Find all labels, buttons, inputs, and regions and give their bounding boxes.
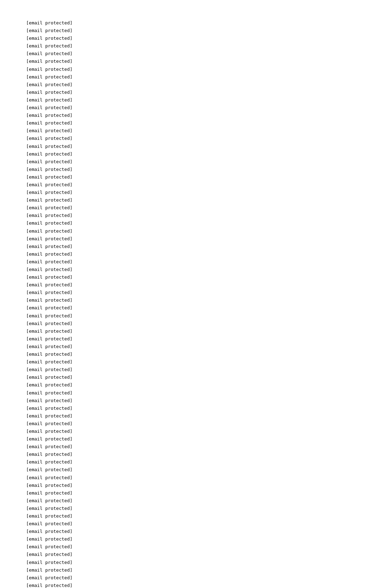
- email-item: [email protected]: [26, 81, 370, 89]
- email-item: [email protected]: [26, 19, 370, 27]
- email-item: [email protected]: [26, 458, 370, 466]
- email-item: [email protected]: [26, 281, 370, 289]
- email-item: [email protected]: [26, 181, 370, 189]
- email-item: [email protected]: [26, 104, 370, 112]
- email-item: [email protected]: [26, 551, 370, 558]
- email-item: [email protected]: [26, 512, 370, 520]
- email-item: [email protected]: [26, 158, 370, 166]
- email-item: [email protected]: [26, 27, 370, 35]
- email-item: [email protected]: [26, 189, 370, 196]
- email-item: [email protected]: [26, 466, 370, 474]
- email-item: [email protected]: [26, 127, 370, 135]
- email-list-container: [email protected][email protected][email…: [0, 0, 370, 588]
- email-item: [email protected]: [26, 397, 370, 405]
- email-item: [email protected]: [26, 327, 370, 335]
- email-item: [email protected]: [26, 112, 370, 119]
- email-item: [email protected]: [26, 219, 370, 227]
- email-item: [email protected]: [26, 204, 370, 212]
- email-item: [email protected]: [26, 66, 370, 73]
- email-item: [email protected]: [26, 312, 370, 320]
- email-item: [email protected]: [26, 243, 370, 250]
- email-item: [email protected]: [26, 289, 370, 296]
- email-item: [email protected]: [26, 435, 370, 443]
- email-item: [email protected]: [26, 543, 370, 551]
- email-item: [email protected]: [26, 304, 370, 312]
- email-item: [email protected]: [26, 520, 370, 528]
- email-item: [email protected]: [26, 335, 370, 343]
- email-item: [email protected]: [26, 474, 370, 482]
- email-item: [email protected]: [26, 166, 370, 173]
- email-item: [email protected]: [26, 350, 370, 358]
- email-item: [email protected]: [26, 489, 370, 497]
- email-item: [email protected]: [26, 428, 370, 435]
- email-item: [email protected]: [26, 420, 370, 428]
- email-item: [email protected]: [26, 135, 370, 142]
- email-item: [email protected]: [26, 212, 370, 219]
- email-item: [email protected]: [26, 528, 370, 535]
- email-item: [email protected]: [26, 343, 370, 350]
- email-item: [email protected]: [26, 227, 370, 235]
- email-item: [email protected]: [26, 574, 370, 582]
- email-item: [email protected]: [26, 35, 370, 42]
- email-item: [email protected]: [26, 143, 370, 150]
- email-item: [email protected]: [26, 389, 370, 397]
- email-item: [email protected]: [26, 96, 370, 104]
- email-item: [email protected]: [26, 535, 370, 543]
- email-item: [email protected]: [26, 196, 370, 204]
- email-item: [email protected]: [26, 150, 370, 158]
- email-item: [email protected]: [26, 266, 370, 273]
- email-item: [email protected]: [26, 173, 370, 181]
- email-item: [email protected]: [26, 559, 370, 566]
- email-item: [email protected]: [26, 296, 370, 304]
- email-item: [email protected]: [26, 374, 370, 381]
- email-item: [email protected]: [26, 58, 370, 65]
- email-item: [email protected]: [26, 89, 370, 96]
- email-item: [email protected]: [26, 258, 370, 266]
- email-item: [email protected]: [26, 235, 370, 243]
- email-item: [email protected]: [26, 582, 370, 588]
- email-item: [email protected]: [26, 42, 370, 50]
- email-item: [email protected]: [26, 505, 370, 512]
- email-item: [email protected]: [26, 405, 370, 412]
- email-item: [email protected]: [26, 358, 370, 366]
- email-item: [email protected]: [26, 50, 370, 58]
- email-item: [email protected]: [26, 497, 370, 505]
- email-item: [email protected]: [26, 381, 370, 389]
- email-item: [email protected]: [26, 366, 370, 374]
- email-item: [email protected]: [26, 320, 370, 327]
- email-item: [email protected]: [26, 412, 370, 420]
- email-item: [email protected]: [26, 119, 370, 127]
- email-item: [email protected]: [26, 451, 370, 458]
- email-item: [email protected]: [26, 443, 370, 451]
- email-item: [email protected]: [26, 566, 370, 574]
- email-item: [email protected]: [26, 482, 370, 489]
- email-item: [email protected]: [26, 273, 370, 281]
- email-item: [email protected]: [26, 250, 370, 258]
- email-item: [email protected]: [26, 73, 370, 81]
